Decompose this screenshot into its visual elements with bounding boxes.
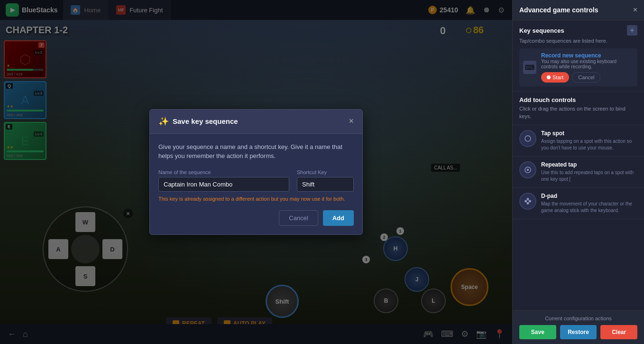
modal-close-button[interactable]: × (349, 116, 354, 126)
warning-message: This key is already assigned to a differ… (158, 195, 354, 203)
restore-button[interactable]: Restore (560, 325, 597, 339)
dpad-control-text: D-pad Map the movement of your character… (541, 193, 637, 214)
modal-fields: Name of the sequence Shortcut Key (158, 169, 354, 192)
cancel-recording-button[interactable]: Cancel (572, 72, 600, 83)
touch-controls-header: Add touch controls (519, 96, 637, 103)
name-label: Name of the sequence (158, 169, 289, 175)
repeated-tap-text: Repeated tap Use this to add repeated ta… (541, 161, 637, 183)
clear-button[interactable]: Clear (600, 325, 637, 339)
dpad-icon (519, 193, 536, 210)
touch-controls-desc: Click or drag the actions on the screen … (519, 105, 637, 120)
save-button[interactable]: Save (519, 325, 556, 339)
key-sequences-title: Key sequences (519, 27, 564, 34)
key-sequences-section: Key sequences + Tap/combo sequences are … (513, 20, 644, 92)
dpad-svg (524, 197, 532, 205)
touch-controls-title: Add touch controls (519, 96, 576, 103)
shortcut-label: Shortcut Key (297, 169, 354, 175)
tap-spot-text: Tap spot Assign tapping on a spot with t… (541, 130, 637, 151)
repeated-tap-desc: Use this to add repeated taps on a spot … (541, 169, 637, 183)
tap-spot-name: Tap spot (541, 130, 637, 137)
name-field-group: Name of the sequence (158, 169, 289, 192)
repeated-tap-name: Repeated tap (541, 161, 637, 168)
modal-title: ✨ Save key sequence (158, 116, 238, 127)
panel-footer: Current configuration actions Save Resto… (513, 310, 644, 344)
tap-spot-desc: Assign tapping on a spot with this actio… (541, 138, 637, 151)
key-sequences-desc: Tap/combo sequences are listed here. (519, 37, 637, 45)
modal-title-text: Save key sequence (173, 117, 238, 125)
record-sequence-icon: ⌨ (523, 61, 536, 74)
modal-body: Give your sequence a name and a shortcut… (150, 134, 362, 234)
start-recording-button[interactable]: Start (541, 72, 569, 83)
svg-point-0 (525, 136, 531, 141)
tap-spot-svg (524, 134, 532, 143)
svg-point-5 (527, 200, 529, 203)
add-sequence-button[interactable]: + (627, 25, 637, 36)
modal-add-button[interactable]: Add (323, 210, 354, 226)
dpad-control[interactable]: D-pad Map the movement of your character… (513, 188, 644, 219)
svg-point-2 (527, 169, 529, 171)
modal-description: Give your sequence a name and a shortcut… (158, 142, 354, 161)
footer-actions: Save Restore Clear (519, 325, 637, 339)
add-touch-controls-section: Add touch controls Click or drag the act… (513, 92, 644, 125)
tap-spot-control[interactable]: Tap spot Assign tapping on a spot with t… (513, 125, 644, 157)
wand-icon: ✨ (158, 116, 169, 127)
key-sequences-header: Key sequences + (519, 25, 637, 36)
record-sequence-area: ⌨ Record new sequence You may also use e… (519, 48, 637, 86)
record-actions: Start Cancel (541, 72, 634, 83)
footer-title: Current configuration actions (519, 316, 637, 321)
modal-actions: Cancel Add (158, 210, 354, 226)
shortcut-key-input[interactable] (297, 177, 354, 192)
record-text: Record new sequence You may also use exi… (541, 52, 634, 83)
panel-header: Advanced game controls × (513, 0, 644, 20)
repeated-tap-control[interactable]: Repeated tap Use this to add repeated ta… (513, 157, 644, 188)
repeated-tap-icon (519, 161, 536, 178)
panel-title: Advanced game controls (519, 6, 598, 14)
modal-cancel-button[interactable]: Cancel (279, 210, 318, 226)
dpad-desc: Map the movement of your character or th… (541, 201, 637, 214)
start-dot-icon (547, 75, 551, 79)
repeated-tap-svg (524, 166, 532, 174)
sequence-name-input[interactable] (158, 177, 289, 192)
right-panel: Advanced game controls × Key sequences +… (512, 0, 644, 344)
shortcut-field-group: Shortcut Key (297, 169, 354, 192)
dpad-name: D-pad (541, 193, 637, 199)
modal-overlay: ✨ Save key sequence × Give your sequence… (0, 0, 512, 344)
modal-header: ✨ Save key sequence × (150, 110, 362, 134)
panel-close-button[interactable]: × (633, 6, 637, 14)
game-area: ▶ BlueStacks 🏠 Home MF Future Fight P 25… (0, 0, 512, 344)
save-key-sequence-modal: ✨ Save key sequence × Give your sequence… (149, 109, 363, 235)
tap-spot-icon (519, 130, 536, 147)
record-new-sequence-link[interactable]: Record new sequence (541, 52, 634, 59)
record-desc: You may also use existing keyboard contr… (541, 59, 634, 69)
